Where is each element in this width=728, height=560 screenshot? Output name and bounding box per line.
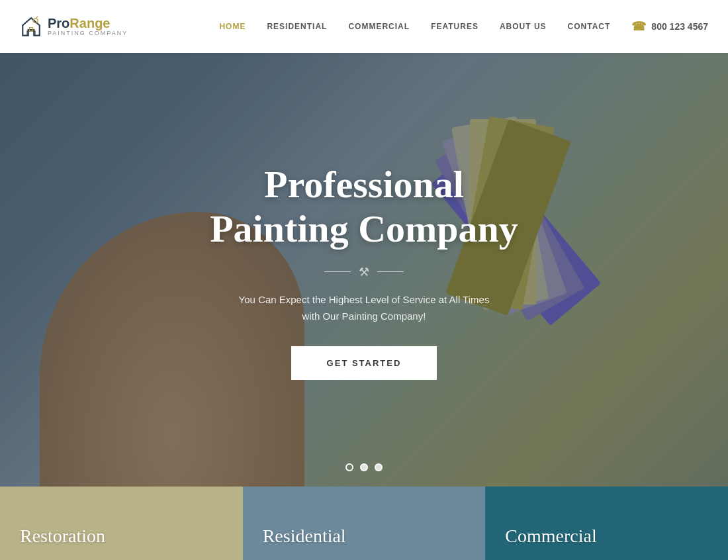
- hero-subtitle-line1: You Can Expect the Highest Level of Serv…: [239, 294, 490, 305]
- get-started-button[interactable]: GET STARTED: [291, 346, 437, 380]
- nav-residential[interactable]: RESIDENTIAL: [267, 22, 327, 31]
- hero-title-line1: Professional: [264, 163, 464, 206]
- hero-subtitle: You Can Expect the Highest Level of Serv…: [239, 291, 490, 325]
- hero-subtitle-line2: with Our Painting Company!: [302, 310, 426, 322]
- slider-dot-2[interactable]: [360, 463, 368, 471]
- card-overlay: [485, 487, 728, 560]
- commercial-card-title: Commercial: [505, 526, 596, 547]
- svg-line-2: [36, 17, 38, 19]
- phone-icon: ☎: [631, 19, 646, 34]
- hero-content: Professional Painting Company ⚒ You Can …: [0, 53, 728, 490]
- hero-title: Professional Painting Company: [210, 163, 518, 251]
- restoration-card-title: Restoration: [20, 526, 105, 547]
- card-overlay: [243, 487, 486, 560]
- slider-dots: [345, 463, 383, 471]
- hero-title-line2: Painting Company: [210, 207, 518, 250]
- header: ProRange PAINTING COMPANY HOME RESIDENTI…: [0, 0, 728, 53]
- slider-dot-3[interactable]: [375, 463, 383, 471]
- phone-text: 800 123 4567: [651, 21, 708, 32]
- logo-subtitle: PAINTING COMPANY: [48, 30, 128, 37]
- hero-section: Professional Painting Company ⚒ You Can …: [0, 53, 728, 490]
- nav-commercial[interactable]: COMMERCIAL: [348, 22, 410, 31]
- nav-contact[interactable]: CONTACT: [568, 22, 611, 31]
- logo-icon: [20, 15, 42, 38]
- main-nav: HOME RESIDENTIAL COMMERCIAL FEATURES ABO…: [219, 19, 708, 34]
- divider-line-right: [377, 271, 404, 272]
- nav-about[interactable]: ABOUT US: [500, 22, 547, 31]
- logo-pro-text: Pro: [48, 16, 69, 30]
- logo[interactable]: ProRange PAINTING COMPANY: [20, 15, 128, 38]
- slider-dot-1[interactable]: [345, 463, 353, 471]
- hero-divider: ⚒: [324, 265, 404, 279]
- residential-card[interactable]: Residential: [243, 487, 486, 560]
- bottom-cards: Restoration Residential Commercial: [0, 487, 728, 560]
- nav-features[interactable]: FEATURES: [431, 22, 478, 31]
- divider-line-left: [324, 271, 351, 272]
- commercial-card[interactable]: Commercial: [485, 487, 728, 560]
- paint-roller-icon: ⚒: [359, 265, 369, 279]
- restoration-card[interactable]: Restoration: [0, 487, 243, 560]
- card-overlay: [0, 487, 243, 560]
- residential-card-title: Residential: [263, 526, 346, 547]
- logo-range-text: Range: [69, 16, 110, 30]
- nav-home[interactable]: HOME: [219, 22, 246, 31]
- phone-number[interactable]: ☎ 800 123 4567: [631, 19, 708, 34]
